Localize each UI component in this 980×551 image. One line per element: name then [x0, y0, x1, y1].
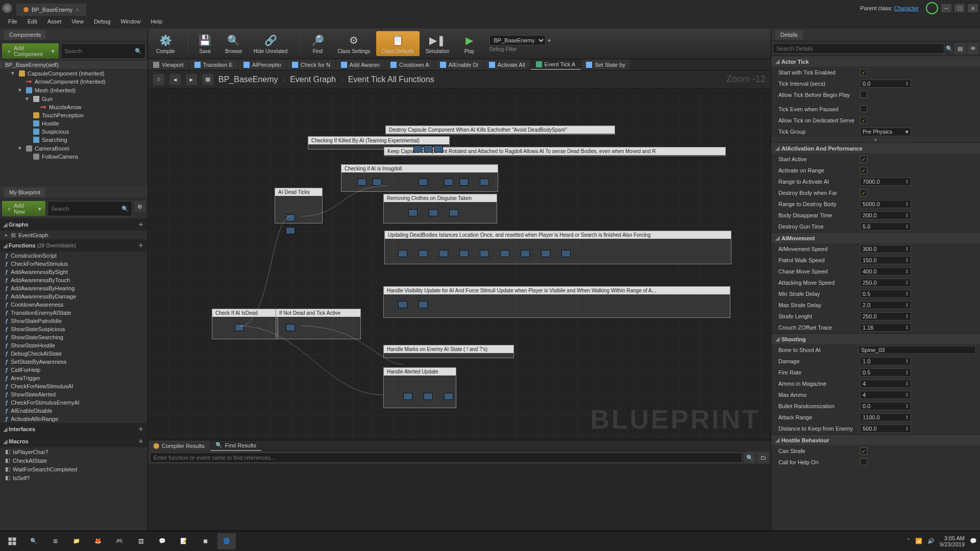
volume-icon[interactable]: 🔊 [927, 538, 935, 544]
breadcrumb-node[interactable]: Event Tick All Functions [348, 75, 434, 84]
section-header[interactable]: ◢ Graphs＋ [0, 218, 148, 231]
maximize-button[interactable]: ☐ [954, 4, 965, 12]
number-input[interactable]: 4▲▼ [860, 380, 911, 388]
component-item[interactable]: ▾CapsuleComponent (Inherited) [0, 69, 148, 78]
expand-caret-icon[interactable]: ▾ [26, 95, 31, 102]
nav-forward-button[interactable]: ► [186, 74, 197, 85]
task-view-icon[interactable]: ⊞ [46, 533, 64, 549]
debug-object-select[interactable]: BP_BaseEnemy2 [489, 35, 546, 45]
graph-tab[interactable]: AIEnable Di [435, 59, 484, 70]
graph-node[interactable] [413, 145, 423, 153]
search-taskbar-icon[interactable]: 🔍 [24, 533, 43, 549]
number-input[interactable]: 0.0▲▼ [860, 402, 911, 410]
checkbox[interactable]: ✓ [860, 117, 867, 124]
text-input[interactable]: Spine_03 [859, 346, 976, 354]
combo-box[interactable]: Pre Physics▾ [860, 128, 911, 136]
close-button[interactable]: ✕ [968, 4, 978, 12]
function-item[interactable]: ƒ CooldownAwareness [0, 300, 148, 309]
class-defaults-button[interactable]: 📋Class Defaults [376, 31, 419, 56]
graph-node[interactable] [434, 145, 443, 153]
function-item[interactable]: ƒ ShowStateAlerted [0, 390, 148, 398]
document-tab[interactable]: BP_BaseEnemy × [16, 4, 86, 16]
function-item[interactable]: ƒ AddAwarenessByHearing [0, 284, 148, 292]
graph-node[interactable] [286, 214, 295, 221]
graph-tab[interactable]: AIPerceptio [238, 59, 287, 70]
number-input[interactable]: 250.0▲▼ [860, 312, 911, 320]
taskbar-clock[interactable]: 3:05 AM 9/23/2019 [940, 535, 965, 547]
macro-item[interactable]: ◧ WaitForSearchCompleted [0, 465, 148, 473]
graph-node[interactable] [561, 250, 571, 257]
number-input[interactable]: 4▲▼ [860, 391, 911, 399]
macro-item[interactable]: ◧ IsSelf? [0, 473, 148, 482]
myblueprint-tab[interactable]: My Blueprint [4, 188, 45, 197]
number-input[interactable]: 0.0▲▼ [860, 80, 911, 88]
menu-debug[interactable]: Debug [89, 16, 115, 29]
number-input[interactable]: 500.0▲▼ [860, 424, 911, 433]
graph-tab[interactable]: Transition E [189, 59, 238, 70]
function-item[interactable]: ƒ ShowStateSuspicious [0, 325, 148, 333]
components-search-input[interactable] [64, 48, 135, 54]
source-control-icon[interactable] [926, 2, 938, 14]
number-input[interactable]: 250.0▲▼ [860, 279, 911, 287]
function-item[interactable]: ƒ DebugCheckAIState [0, 349, 148, 358]
epic-launcher-icon[interactable]: ◼ [196, 533, 214, 549]
graph-tab[interactable]: Cooldown A [385, 59, 435, 70]
graph-comment[interactable]: Handle Visibility Update for AI And Forc… [383, 286, 730, 318]
graph-node[interactable] [424, 393, 433, 400]
minimize-button[interactable]: ─ [941, 4, 951, 12]
find-scope-icon[interactable]: 🔍 [744, 452, 755, 463]
graph-node[interactable] [444, 393, 453, 400]
start-button[interactable] [3, 533, 21, 549]
graph-comment[interactable]: Removing Clothes on Disguise Taken [383, 194, 497, 223]
section-header[interactable]: ◢ Functions (28 Overridable)＋ [0, 239, 148, 252]
function-item[interactable]: ƒ ShowStateHostile [0, 341, 148, 349]
myblueprint-search[interactable]: 🔍 [47, 201, 132, 216]
number-input[interactable]: 300.0▲▼ [860, 245, 911, 253]
hide-unrelated-button[interactable]: 🔗Hide Unrelated [249, 31, 293, 56]
checkbox[interactable]: ✓ [860, 447, 867, 455]
unreal-editor-icon[interactable]: 🌀 [217, 533, 236, 549]
graph-node[interactable] [419, 179, 428, 186]
section-header[interactable]: ◢ Interfaces＋ [0, 423, 148, 435]
components-tab[interactable]: Components [4, 30, 46, 39]
function-item[interactable]: ƒ SetStateByAwareness [0, 358, 148, 366]
graph-canvas[interactable]: BLUEPRINT Destroy Capsule Component When… [148, 89, 771, 440]
graph-node[interactable] [480, 250, 489, 257]
expand-caret-icon[interactable]: ▾ [18, 145, 23, 152]
graph-node[interactable] [419, 301, 428, 308]
number-input[interactable]: 1.16▲▼ [860, 323, 911, 332]
class-settings-button[interactable]: ⚙Class Settings [332, 31, 375, 56]
checkbox[interactable] [860, 91, 867, 98]
graph-comment[interactable]: AI Dead Ticks [275, 188, 323, 223]
firefox-icon[interactable]: 🦊 [89, 533, 107, 549]
function-item[interactable]: ƒ ConstructionScript [0, 252, 148, 260]
menu-file[interactable]: File [3, 16, 22, 29]
component-item[interactable]: FollowCamera [0, 153, 148, 161]
graph-node[interactable] [439, 250, 448, 257]
number-input[interactable]: 5000.0▲▼ [860, 200, 911, 208]
graph-tab[interactable]: Check for N [287, 59, 336, 70]
checkbox[interactable]: ✓ [860, 167, 867, 174]
show-advanced-icon[interactable]: 👁 [967, 43, 978, 54]
menu-help[interactable]: Help [145, 16, 167, 29]
graph-node[interactable] [286, 227, 295, 234]
number-input[interactable]: 400.0▲▼ [860, 267, 911, 276]
graph-comment[interactable]: Handle Marks on Enemy AI State ( ! and ?… [383, 345, 514, 358]
component-item[interactable]: Hostile [0, 119, 148, 128]
graph-comment[interactable]: Updating DeadBodies Istances Location On… [384, 231, 731, 264]
component-item[interactable]: ▾CameraBoom [0, 144, 148, 153]
number-input[interactable]: 0.5▲▼ [860, 368, 911, 377]
graph-node[interactable] [357, 179, 366, 186]
function-item[interactable]: ƒ ShowStatePatrolIdle [0, 317, 148, 325]
checkbox[interactable]: ✓ [860, 69, 867, 76]
number-input[interactable]: 200.0▲▼ [860, 211, 911, 219]
details-category-header[interactable]: ◢ AIActivation And Performance [771, 142, 980, 154]
menu-asset[interactable]: Asset [42, 16, 67, 29]
number-input[interactable]: 7000.0▲▼ [860, 178, 911, 186]
nav-back-button[interactable]: ◄ [169, 74, 181, 85]
app-icon-1[interactable]: 🖼 [132, 533, 150, 549]
menu-window[interactable]: Window [115, 16, 145, 29]
breadcrumb-root[interactable]: BP_BaseEnemy [218, 75, 278, 84]
number-input[interactable]: 0.5▲▼ [860, 290, 911, 298]
macro-item[interactable]: ◧ IsPlayerChar? [0, 447, 148, 456]
